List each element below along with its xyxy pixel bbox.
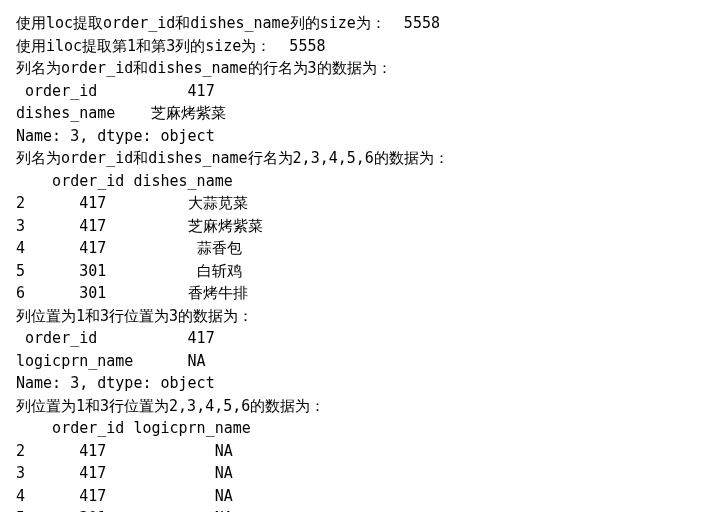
output-line-13: 6 301 香烤牛排 [16, 282, 706, 305]
output-line-23: 5 301 NA [16, 507, 706, 512]
output-line-2: 使用iloc提取第1和第3列的size为： 5558 [16, 35, 706, 58]
output-line-18: 列位置为1和3行位置为2,3,4,5,6的数据为： [16, 395, 706, 418]
output-line-11: 4 417 蒜香包 [16, 237, 706, 260]
output-line-15: order_id 417 [16, 327, 706, 350]
output-line-19: order_id logicprn_name [16, 417, 706, 440]
output-line-8: order_id dishes_name [16, 170, 706, 193]
output-line-20: 2 417 NA [16, 440, 706, 463]
output-line-9: 2 417 大蒜苋菜 [16, 192, 706, 215]
output-line-10: 3 417 芝麻烤紫菜 [16, 215, 706, 238]
output-line-7: 列名为order_id和dishes_name行名为2,3,4,5,6的数据为： [16, 147, 706, 170]
output-line-14: 列位置为1和3行位置为3的数据为： [16, 305, 706, 328]
output-line-12: 5 301 白斩鸡 [16, 260, 706, 283]
output-line-6: Name: 3, dtype: object [16, 125, 706, 148]
output-line-17: Name: 3, dtype: object [16, 372, 706, 395]
output-line-16: logicprn_name NA [16, 350, 706, 373]
output-line-1: 使用loc提取order_id和dishes_name列的size为： 5558 [16, 12, 706, 35]
output-line-5: dishes_name 芝麻烤紫菜 [16, 102, 706, 125]
output-line-4: order_id 417 [16, 80, 706, 103]
output-line-22: 4 417 NA [16, 485, 706, 508]
output-line-3: 列名为order_id和dishes_name的行名为3的数据为： [16, 57, 706, 80]
output-line-21: 3 417 NA [16, 462, 706, 485]
